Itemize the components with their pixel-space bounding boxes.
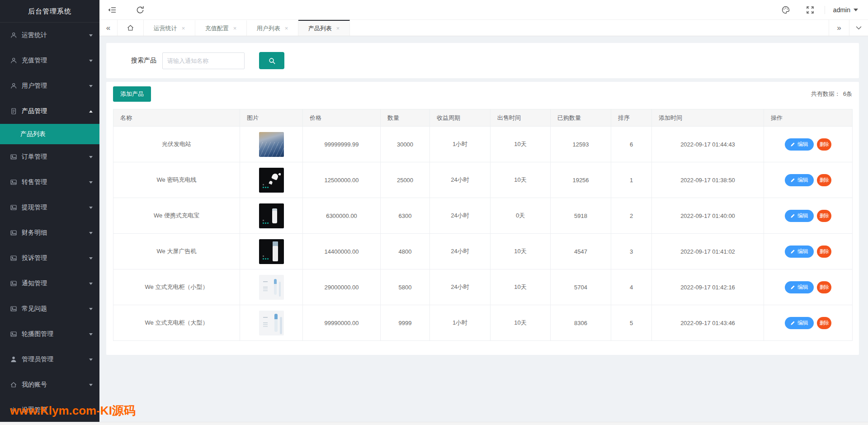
delete-button[interactable]: 删除 (817, 246, 831, 258)
sidebar-item-operations-stats[interactable]: 运营统计 (0, 23, 99, 48)
cell-added-time: 2022-09-17 01:38:50 (652, 162, 764, 198)
refresh-icon[interactable] (136, 5, 145, 14)
edit-button[interactable]: 编辑 (785, 281, 814, 293)
sidebar-item-product-mgmt[interactable]: 产品管理 (0, 99, 99, 124)
pencil-icon (790, 213, 795, 218)
cell-purchased: 8306 (551, 305, 611, 341)
cell-quantity: 25000 (381, 162, 430, 198)
image-icon (10, 331, 17, 338)
home-tab[interactable] (118, 20, 144, 36)
cell-actions: 编辑 删除 (764, 269, 853, 305)
sidebar-item-banner-mgmt[interactable]: 轮播图管理 (0, 321, 99, 347)
delete-button[interactable]: 删除 (817, 210, 831, 222)
table-toolbar: 添加产品 共有数据：6条 (113, 86, 852, 102)
product-image[interactable] (259, 275, 284, 300)
cell-name: We 立式充电柜（大型） (113, 305, 240, 341)
sidebar-item-complaint-mgmt[interactable]: 投诉管理 (0, 246, 99, 271)
cell-added-time: 2022-09-17 01:40:00 (652, 198, 764, 234)
cell-purchased: 12593 (551, 127, 611, 162)
cell-image (240, 162, 303, 198)
search-input[interactable] (162, 52, 245, 69)
sidebar-item-user-mgmt[interactable]: 用户管理 (0, 73, 99, 99)
sidebar-item-admin-mgmt[interactable]: 管理员管理 (0, 347, 99, 372)
search-panel: 搜索产品 (106, 43, 859, 78)
user-menu[interactable]: admin (833, 6, 858, 14)
close-icon[interactable]: × (285, 25, 288, 32)
col-sort: 排序 (611, 109, 652, 127)
product-image[interactable] (259, 132, 284, 157)
user-icon (10, 82, 17, 90)
close-icon[interactable]: × (233, 25, 237, 32)
tab-product-list[interactable]: 产品列表 × (298, 20, 350, 36)
table-row: 光伏发电站 99999999.99 30000 1小时 10天 12593 6 … (113, 127, 853, 162)
tabs-menu-icon[interactable] (849, 20, 868, 36)
sidebar-item-product-list[interactable]: 产品列表 (0, 124, 99, 144)
edit-button[interactable]: 编辑 (785, 317, 814, 329)
add-product-button[interactable]: 添加产品 (113, 86, 151, 102)
sidebar-item-notice-mgmt[interactable]: 通知管理 (0, 271, 99, 296)
tabs-scroll-right-icon[interactable]: » (829, 20, 849, 36)
tab-operations-stats[interactable]: 运营统计 × (144, 20, 195, 36)
chevron-down-icon (89, 283, 93, 285)
cell-image (240, 269, 303, 305)
username: admin (833, 6, 850, 14)
chevron-down-icon (89, 85, 93, 87)
sidebar-item-faq[interactable]: 常见问题 (0, 296, 99, 321)
pencil-icon (790, 142, 795, 147)
edit-button[interactable]: 编辑 (785, 174, 814, 186)
cell-added-time: 2022-09-17 01:44:43 (652, 127, 764, 162)
cell-purchased: 19256 (551, 162, 611, 198)
horizontal-scrollbar[interactable] (0, 422, 868, 425)
page-content: 搜索产品 添加产品 共有数据：6条 (99, 36, 868, 425)
image-icon (10, 153, 17, 161)
pencil-icon (790, 321, 795, 326)
divider (825, 6, 825, 14)
cell-quantity: 6300 (381, 198, 430, 234)
pencil-icon (790, 249, 795, 254)
tab-user-list[interactable]: 用户列表 × (247, 20, 298, 36)
sidebar-item-resale-mgmt[interactable]: 转售管理 (0, 170, 99, 195)
edit-button[interactable]: 编辑 (785, 138, 814, 151)
cell-price: 6300000.00 (303, 198, 381, 234)
cell-price: 12500000.00 (303, 162, 381, 198)
tab-recharge-config[interactable]: 充值配置 × (195, 20, 247, 36)
watermark: www.Klym.com-KI源码 (10, 403, 136, 419)
cell-price: 99999999.99 (303, 127, 381, 162)
product-image[interactable] (259, 311, 284, 335)
cell-sort: 3 (611, 234, 652, 269)
product-image[interactable] (259, 168, 284, 193)
edit-button[interactable]: 编辑 (785, 246, 814, 258)
app-title: 后台管理系统 (0, 0, 99, 23)
cell-quantity: 4800 (381, 234, 430, 269)
sidebar-item-my-account[interactable]: 我的账号 (0, 372, 99, 397)
chevron-down-icon (89, 333, 93, 335)
sidebar-item-finance-detail[interactable]: 财务明细 (0, 220, 99, 246)
delete-button[interactable]: 删除 (817, 174, 831, 186)
product-image[interactable] (259, 239, 284, 264)
search-button[interactable] (259, 52, 284, 69)
edit-button[interactable]: 编辑 (785, 210, 814, 222)
cell-sale-time: 10天 (491, 162, 551, 198)
chevron-down-icon (89, 60, 93, 62)
close-icon[interactable]: × (336, 25, 340, 32)
cell-added-time: 2022-09-17 01:43:46 (652, 305, 764, 341)
fullscreen-icon[interactable] (806, 5, 815, 14)
delete-button[interactable]: 删除 (817, 317, 831, 329)
chevron-down-icon (89, 384, 93, 386)
chevron-down-icon (854, 9, 858, 11)
tabs-scroll-left-icon[interactable]: « (99, 20, 118, 36)
cell-sort: 5 (611, 305, 652, 341)
sidebar-item-recharge-mgmt[interactable]: 充值管理 (0, 48, 99, 73)
sidebar-item-withdraw-mgmt[interactable]: 提现管理 (0, 195, 99, 220)
delete-button[interactable]: 删除 (817, 281, 831, 293)
table-row: We 立式充电柜（大型） 99990000.00 9999 1小时 10天 83… (113, 305, 853, 341)
theme-palette-icon[interactable] (781, 5, 790, 14)
delete-button[interactable]: 删除 (817, 138, 831, 151)
col-purchased: 已购数量 (551, 109, 611, 127)
sidebar-item-order-mgmt[interactable]: 订单管理 (0, 144, 99, 170)
col-actions: 操作 (764, 109, 853, 127)
close-icon[interactable]: × (182, 25, 185, 32)
product-image[interactable] (259, 203, 284, 228)
table-row: We 密码充电线 12500000.00 25000 24小时 10天 1925… (113, 162, 853, 198)
sidebar-toggle-icon[interactable] (108, 5, 117, 14)
